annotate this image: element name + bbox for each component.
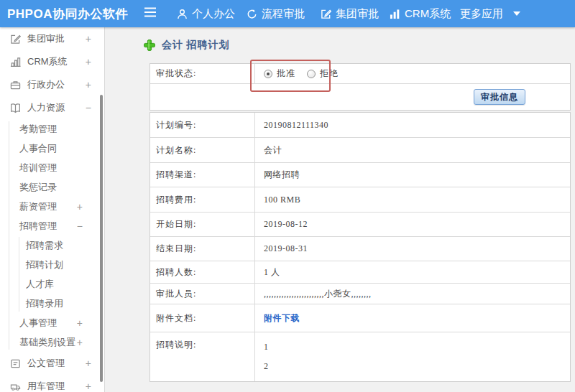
sidebar-scrollbar[interactable] [100, 95, 103, 382]
sidebar-item-crm-system[interactable]: CRM系统 + [0, 50, 104, 73]
main-content: 会计 招聘计划 审批状态: 批准 拒绝 审批信息 [105, 27, 575, 392]
sidebar-item-label: 集团审批 [27, 32, 65, 45]
radio-button-approve[interactable] [264, 70, 272, 78]
nav-label: 流程审批 [262, 7, 305, 21]
field-label: 计划编号: [150, 113, 255, 137]
table-row-approvers: 审批人员: ,,,,,,,,,,,,,,,,,,,,,,,,小尧女,,,,,,,… [150, 284, 570, 304]
sidebar-item-human-resources[interactable]: 人力资源 − [0, 96, 104, 119]
approval-status-row: 审批状态: 批准 拒绝 [150, 64, 570, 84]
nav-personal-office[interactable]: 个人办公 [177, 0, 235, 27]
sidebar-item-label: 招聘管理 [19, 220, 57, 233]
sidebar-navigation: 集团审批 + CRM系统 + 行政办公 + 人力资源 − 考勤管理 人事合同 培… [0, 27, 105, 392]
sidebar-item-admin-office[interactable]: 行政办公 + [0, 73, 104, 96]
sidebar-item-label: 人力资源 [27, 101, 65, 114]
sidebar-item-label: 招聘需求 [26, 239, 63, 252]
field-value: 2019-08-31 [255, 237, 570, 261]
expand-toggle[interactable]: + [86, 56, 91, 67]
table-row-description: 招聘说明: 1 2 [150, 332, 570, 381]
radio-button-reject[interactable] [307, 70, 316, 78]
sidebar-item-label: 基础类别设置 [19, 336, 75, 349]
description-line: 1 [264, 342, 269, 353]
sidebar-item-attendance[interactable]: 考勤管理 [0, 119, 104, 139]
hr-submenu: 考勤管理 人事合同 培训管理 奖惩记录 薪资管理 + 招聘管理 − 招聘需求 招… [0, 119, 104, 352]
menu-toggle-button[interactable] [144, 0, 157, 27]
field-label: 附件文档: [150, 304, 255, 332]
book-icon [10, 103, 22, 113]
table-row-headcount: 招聘人数: 1 人 [150, 261, 570, 284]
sidebar-item-label: 招聘录用 [26, 297, 63, 310]
expand-toggle[interactable]: + [86, 33, 91, 45]
sidebar-item-vehicle-mgmt[interactable]: 用车管理 + [0, 375, 104, 392]
sidebar-item-rewards-records[interactable]: 奖惩记录 [0, 177, 104, 197]
sidebar-item-label: 用车管理 [27, 380, 65, 392]
description-line: 2 [264, 361, 269, 372]
field-label: 招聘费用: [150, 187, 255, 212]
expand-toggle[interactable]: + [86, 79, 91, 90]
field-label: 招聘说明: [150, 332, 255, 381]
page-title: 会计 招聘计划 [162, 39, 230, 52]
sidebar-item-label: 薪资管理 [19, 200, 57, 213]
sidebar-item-recruit-plan[interactable]: 招聘计划 [0, 255, 104, 274]
nav-label: 个人办公 [192, 7, 235, 21]
field-label: 招聘渠道: [150, 163, 255, 187]
attachment-download-link[interactable]: 附件下载 [264, 312, 300, 325]
sidebar-item-group-approval[interactable]: 集团审批 + [0, 27, 104, 50]
sidebar-item-label: CRM系统 [27, 55, 68, 68]
radio-label: 拒绝 [320, 67, 339, 80]
radio-option-approve[interactable]: 批准 [264, 67, 295, 80]
add-plus-icon[interactable] [144, 39, 155, 51]
recruit-submenu: 招聘需求 招聘计划 人才库 招聘录用 [0, 235, 104, 313]
expand-toggle[interactable]: + [77, 201, 83, 213]
field-label: 开始日期: [150, 213, 255, 236]
sidebar-item-personnel-mgmt[interactable]: 人事管理 + [0, 313, 104, 332]
sidebar-item-recruit-demand[interactable]: 招聘需求 [0, 235, 104, 255]
field-label: 计划名称: [150, 138, 255, 162]
bar-chart-icon [10, 57, 22, 67]
field-value: 1 人 [255, 261, 570, 283]
sidebar-item-recruit-hire[interactable]: 招聘录用 [0, 294, 104, 313]
sidebar-item-document-mgmt[interactable]: 公文管理 + [0, 352, 104, 375]
sidebar-item-recruit-mgmt[interactable]: 招聘管理 − [0, 216, 104, 235]
hamburger-icon [144, 7, 157, 20]
sidebar-item-label: 人事合同 [19, 142, 57, 155]
field-label: 结束日期: [150, 237, 255, 261]
sidebar-item-hr-contract[interactable]: 人事合同 [0, 139, 104, 158]
expand-toggle[interactable]: + [77, 317, 83, 329]
approval-info-button[interactable]: 审批信息 [474, 89, 525, 105]
nav-workflow-approval[interactable]: 流程审批 [247, 0, 305, 27]
table-row-plan-number: 计划编号: 20190812111340 [150, 113, 570, 138]
expand-toggle[interactable]: + [77, 337, 83, 348]
nav-group-approval[interactable]: 集团审批 [321, 0, 379, 27]
sidebar-item-label: 人事管理 [19, 317, 57, 330]
approval-radio-group: 批准 拒绝 [264, 67, 339, 80]
briefcase-icon [10, 80, 22, 90]
expand-toggle[interactable]: + [86, 358, 91, 369]
field-value: 会计 [255, 138, 570, 162]
collapse-toggle[interactable]: − [86, 102, 91, 113]
nav-more-apps[interactable]: 更多应用 [460, 0, 520, 27]
top-navigation-bar: PHPOA协同办公软件 个人办公 流程审批 集团审批 CRM系统 更多应用 [0, 0, 575, 27]
table-row-recruit-cost: 招聘费用: 100 RMB [150, 187, 570, 213]
user-icon [177, 9, 188, 19]
radio-option-reject[interactable]: 拒绝 [307, 67, 339, 80]
field-value: 100 RMB [255, 187, 570, 212]
collapse-toggle[interactable]: − [77, 220, 83, 232]
bar-chart-icon [390, 9, 400, 19]
sidebar-item-talent-pool[interactable]: 人才库 [0, 274, 104, 294]
table-row-end-date: 结束日期: 2019-08-31 [150, 237, 570, 261]
expand-toggle[interactable]: + [86, 381, 91, 392]
nav-crm-system[interactable]: CRM系统 [390, 0, 451, 27]
nav-label: 更多应用 [460, 7, 503, 21]
sidebar-item-training[interactable]: 培训管理 [0, 158, 104, 177]
car-icon [10, 381, 22, 392]
field-label: 审批状态: [150, 64, 255, 83]
nav-label: CRM系统 [405, 7, 451, 21]
edit-icon [321, 9, 331, 19]
cycle-icon [247, 9, 257, 19]
sidebar-item-salary[interactable]: 薪资管理 + [0, 197, 104, 216]
sidebar-item-base-category[interactable]: 基础类别设置 + [0, 332, 104, 352]
table-row-recruit-channel: 招聘渠道: 网络招聘 [150, 163, 570, 187]
sidebar-item-label: 招聘计划 [26, 258, 63, 271]
radio-label: 批准 [277, 67, 295, 80]
sidebar-item-label: 行政办公 [27, 78, 65, 91]
